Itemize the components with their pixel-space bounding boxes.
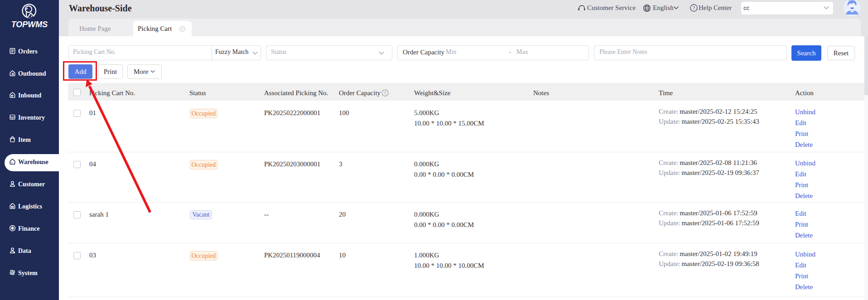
svg-text:?: ? bbox=[384, 91, 386, 96]
svg-text:?: ? bbox=[693, 5, 695, 10]
